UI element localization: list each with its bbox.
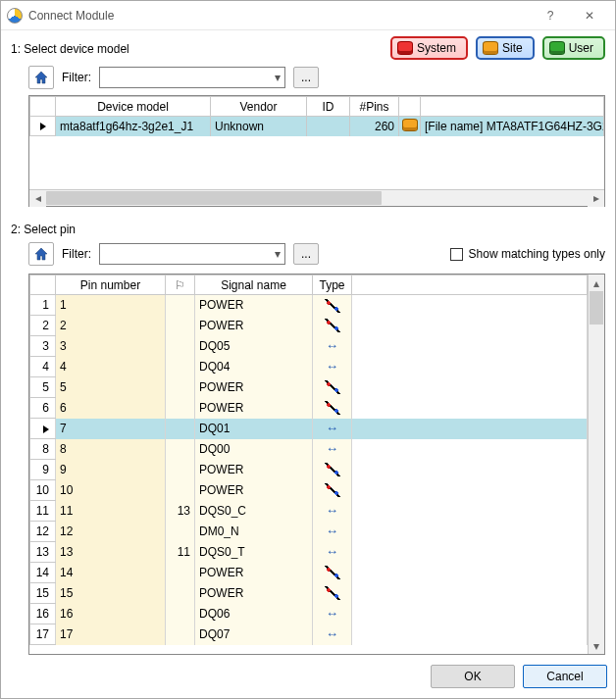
pair-cell bbox=[166, 522, 195, 542]
pin-number-cell: 13 bbox=[56, 542, 166, 563]
type-cell bbox=[313, 336, 352, 357]
signal-name-cell: DQ07 bbox=[195, 624, 313, 645]
power-icon bbox=[325, 586, 340, 600]
home-button[interactable] bbox=[28, 242, 54, 266]
vendor-cell: Unknown bbox=[211, 117, 307, 136]
section2-filter-more-button[interactable]: ... bbox=[293, 243, 319, 265]
row-header-cell: 9 bbox=[30, 460, 56, 480]
col-vendor[interactable]: Vendor bbox=[211, 97, 307, 117]
pin-row[interactable]: 1717DQ07 bbox=[30, 624, 588, 645]
help-button[interactable]: ? bbox=[531, 2, 570, 29]
pin-row[interactable]: 1212DM0_N bbox=[30, 522, 588, 542]
pair-cell bbox=[166, 316, 195, 336]
signal-name-cell: POWER bbox=[195, 398, 313, 419]
pin-row[interactable]: 99POWER bbox=[30, 460, 588, 480]
col-scope[interactable] bbox=[399, 97, 421, 117]
scroll-left-icon[interactable]: ◂ bbox=[29, 190, 46, 207]
pair-cell bbox=[166, 419, 195, 439]
pair-cell bbox=[166, 460, 195, 480]
col-pin-number[interactable]: Pin number bbox=[56, 275, 166, 295]
pin-row[interactable]: 111113DQS0_C bbox=[30, 501, 588, 522]
scroll-thumb[interactable] bbox=[590, 291, 603, 325]
pin-row[interactable]: 131311DQS0_T bbox=[30, 542, 588, 563]
type-cell bbox=[313, 583, 352, 604]
pin-row[interactable]: 55POWER bbox=[30, 377, 588, 398]
signal-name-cell: POWER bbox=[195, 563, 313, 583]
row-header-cell: 6 bbox=[30, 398, 56, 419]
section1-filter-more-button[interactable]: ... bbox=[293, 67, 319, 88]
device-row[interactable]: mta8atf1g64hz-3g2e1_J1 Unknown 260 [File… bbox=[30, 117, 604, 136]
pin-row[interactable]: 1616DQ06 bbox=[30, 604, 588, 624]
section1-filter-combo[interactable]: ▾ bbox=[99, 67, 285, 88]
scroll-up-icon[interactable]: ▴ bbox=[589, 275, 604, 291]
pin-row[interactable]: 88DQ00 bbox=[30, 439, 588, 460]
col-desc[interactable] bbox=[421, 97, 604, 117]
type-cell bbox=[313, 624, 352, 645]
pin-number-cell: 10 bbox=[56, 480, 166, 501]
id-cell bbox=[307, 117, 350, 136]
type-cell bbox=[313, 480, 352, 501]
horizontal-scrollbar[interactable]: ◂ ▸ bbox=[29, 189, 604, 206]
window-title: Connect Module bbox=[28, 9, 114, 23]
signal-name-cell: DQ00 bbox=[195, 439, 313, 460]
pin-row[interactable]: 22POWER bbox=[30, 316, 588, 336]
scroll-right-icon[interactable]: ▸ bbox=[588, 190, 604, 207]
pin-number-cell: 2 bbox=[56, 316, 166, 336]
type-cell bbox=[313, 357, 352, 377]
pin-row[interactable]: 1515POWER bbox=[30, 583, 588, 604]
col-id[interactable]: ID bbox=[307, 97, 350, 117]
vertical-scrollbar[interactable]: ▴ ▾ bbox=[588, 275, 604, 654]
row-header-cell[interactable] bbox=[30, 275, 56, 295]
io-icon bbox=[325, 504, 340, 518]
signal-name-cell: DM0_N bbox=[195, 522, 313, 542]
row-header-cell bbox=[30, 419, 56, 439]
section2-filter-row: Filter: ▾ ... Show matching types only bbox=[11, 242, 605, 272]
col-device-model[interactable]: Device model bbox=[56, 97, 211, 117]
pin-row[interactable]: 66POWER bbox=[30, 398, 588, 419]
filter-label: Filter: bbox=[62, 71, 91, 84]
pin-row[interactable]: 7DQ01 bbox=[30, 419, 588, 439]
scope-user-button[interactable]: User bbox=[542, 36, 605, 60]
scope-site-button[interactable]: Site bbox=[476, 36, 535, 60]
pin-row[interactable]: 44DQ04 bbox=[30, 357, 588, 377]
pin-row[interactable]: 33DQ05 bbox=[30, 336, 588, 357]
col-signal-name[interactable]: Signal name bbox=[195, 275, 313, 295]
signal-name-cell: POWER bbox=[195, 460, 313, 480]
more-label: ... bbox=[301, 71, 311, 84]
io-icon bbox=[325, 607, 340, 621]
signal-name-cell: POWER bbox=[195, 316, 313, 336]
col-filler bbox=[352, 275, 588, 295]
pin-row[interactable]: 11POWER bbox=[30, 295, 588, 316]
close-button[interactable]: ✕ bbox=[570, 2, 609, 29]
database-icon bbox=[550, 42, 564, 54]
filler-cell bbox=[352, 377, 588, 398]
home-button[interactable] bbox=[28, 66, 54, 89]
pin-row[interactable]: 1414POWER bbox=[30, 563, 588, 583]
col-pair[interactable] bbox=[166, 275, 195, 295]
scope-system-button[interactable]: System bbox=[390, 36, 468, 60]
type-cell bbox=[313, 295, 352, 316]
home-icon bbox=[33, 246, 49, 262]
cancel-button[interactable]: Cancel bbox=[523, 665, 607, 688]
pair-cell: 13 bbox=[166, 501, 195, 522]
section2-filter-combo[interactable]: ▾ bbox=[99, 243, 285, 265]
filler-cell bbox=[352, 419, 588, 439]
filler-cell bbox=[352, 583, 588, 604]
pin-number-cell: 6 bbox=[56, 398, 166, 419]
col-pins[interactable]: #Pins bbox=[350, 97, 399, 117]
io-icon bbox=[325, 339, 340, 353]
more-label: ... bbox=[301, 247, 311, 261]
row-header-cell[interactable] bbox=[30, 97, 56, 117]
col-type[interactable]: Type bbox=[313, 275, 352, 295]
filler-cell bbox=[352, 501, 588, 522]
ok-button[interactable]: OK bbox=[431, 665, 515, 688]
section1-label: 1: Select device model bbox=[11, 42, 390, 56]
filler-cell bbox=[352, 398, 588, 419]
pin-number-cell: 5 bbox=[56, 377, 166, 398]
show-matching-checkbox[interactable] bbox=[450, 248, 463, 261]
scroll-down-icon[interactable]: ▾ bbox=[589, 637, 604, 654]
pin-row[interactable]: 1010POWER bbox=[30, 480, 588, 501]
scroll-thumb[interactable] bbox=[46, 191, 382, 205]
flag-icon bbox=[175, 278, 186, 290]
io-icon bbox=[325, 627, 340, 641]
